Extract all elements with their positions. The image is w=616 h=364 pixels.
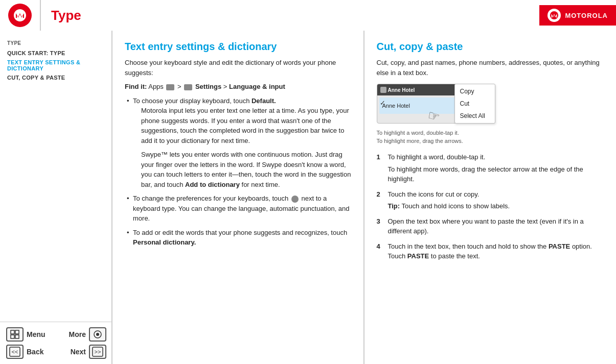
find-it-text: Apps > Settings > Language & input — [147, 83, 285, 90]
sidebar-item-type[interactable]: TYPE — [0, 39, 111, 47]
sub-para-2: Swype™ lets you enter words with one con… — [141, 150, 351, 189]
right-intro: Cut, copy, and past names, phone numbers… — [377, 58, 604, 78]
left-panel: Text entry settings & dictionary Choose … — [112, 31, 364, 364]
right-section-title: Cut, copy & paste — [377, 41, 604, 53]
bullet-1: To choose your display keyboard, touch D… — [125, 96, 351, 190]
header-brand: MOTOROLA — [539, 5, 616, 26]
popup-menu: Copy Cut Select All — [454, 84, 495, 124]
svg-point-0 — [550, 11, 558, 19]
copy-option: Copy — [455, 85, 495, 98]
context-menu: Copy Cut Select All — [454, 84, 495, 124]
back-label: Back — [27, 348, 43, 356]
bullet-2: To change the preferences for your keybo… — [125, 193, 351, 224]
next-button[interactable]: Next >> — [58, 345, 106, 359]
cut-option: Cut — [455, 98, 495, 110]
menu-icon — [6, 327, 24, 342]
svg-rect-4 — [15, 335, 19, 338]
page-title: Type — [51, 8, 81, 23]
motorola-logo — [8, 4, 32, 27]
find-it: Find it: Apps > Settings > Language & in… — [125, 82, 351, 92]
svg-point-6 — [96, 333, 99, 336]
step-4: 4 Touch in the text box, then touch and … — [377, 241, 604, 261]
left-section-title: Text entry settings & dictionary — [125, 41, 351, 53]
sidebar: TYPE QUICK START: TYPE TEXT ENTRY SETTIN… — [0, 31, 112, 364]
more-label: More — [69, 330, 86, 338]
popup-caption: To highlight a word, double-tap it. To h… — [377, 129, 463, 145]
more-button[interactable]: More — [58, 327, 106, 342]
right-panel: Cut, copy & paste Cut, copy, and past na… — [364, 31, 617, 364]
step-1: 1 To highlight a word, double-tap it. To… — [377, 152, 604, 184]
sidebar-item-quick-start[interactable]: QUICK START: TYPE — [0, 48, 111, 58]
steps-list: 1 To highlight a word, double-tap it. To… — [377, 152, 604, 261]
main-layout: TYPE QUICK START: TYPE TEXT ENTRY SETTIN… — [0, 31, 616, 364]
next-label: Next — [71, 348, 86, 356]
svg-text:>>: >> — [95, 349, 101, 355]
check-mark: ✓ — [380, 98, 385, 108]
menu-label: Menu — [27, 330, 45, 338]
svg-text:<<: << — [12, 349, 18, 355]
find-it-prefix: Find it: — [125, 83, 147, 90]
more-icon — [89, 327, 106, 342]
motorola-small-logo — [547, 9, 561, 22]
brand-label: MOTOROLA — [565, 12, 608, 19]
sidebar-item-text-entry[interactable]: TEXT ENTRY SETTINGS & DICTIONARY — [0, 58, 111, 73]
header: Type MOTOROLA — [0, 0, 616, 31]
content-area: Text entry settings & dictionary Choose … — [112, 31, 616, 364]
svg-rect-1 — [11, 330, 14, 334]
svg-rect-2 — [15, 330, 19, 334]
sub-para-1: Motorola input lets you enter text one l… — [141, 106, 351, 145]
step-2: 2 Touch the icons for cut or copy. Tip: … — [377, 189, 604, 211]
left-intro: Choose your keyboard style and edit the … — [125, 58, 351, 78]
svg-rect-3 — [11, 335, 14, 338]
step-3: 3 Open the text box where you want to pa… — [377, 216, 604, 236]
select-all-option: Select All — [455, 110, 495, 122]
next-icon: >> — [89, 345, 106, 359]
menu-button[interactable]: Menu — [6, 327, 55, 342]
back-icon: << — [6, 345, 24, 359]
logo-area — [0, 0, 41, 31]
bottom-nav: Menu More << Back — [0, 322, 112, 364]
sidebar-item-cut-copy[interactable]: CUT, COPY & PASTE — [0, 73, 111, 82]
bullet-3: To add or edit the words that your phone… — [125, 228, 351, 248]
back-button[interactable]: << Back — [6, 345, 55, 359]
bullet-list: To choose your display keyboard, touch D… — [125, 96, 351, 248]
popup-demo: Anne Hotel Send Anne Hotel ✓ — [377, 84, 520, 145]
